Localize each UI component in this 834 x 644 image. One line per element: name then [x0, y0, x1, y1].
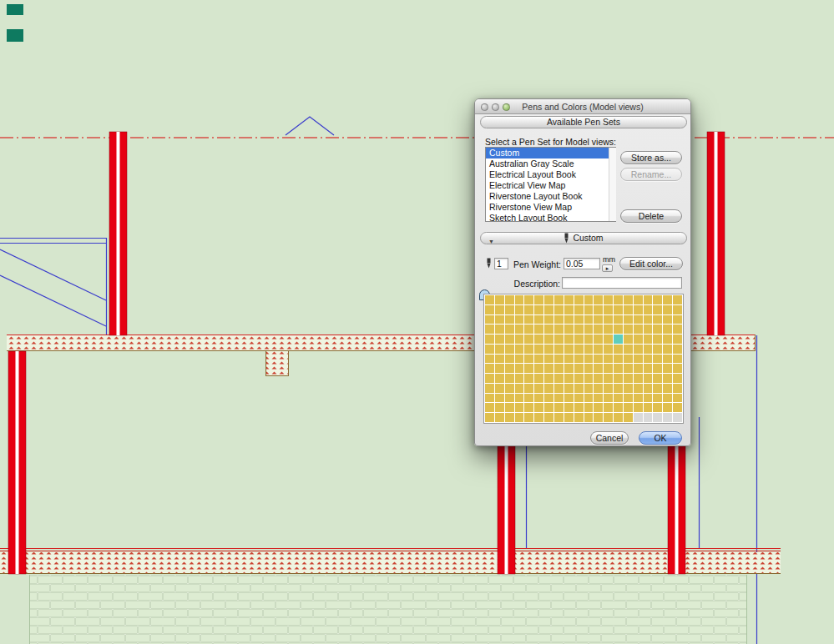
- pen-color-cell[interactable]: [515, 384, 524, 393]
- pen-color-cell[interactable]: [554, 335, 564, 344]
- pen-color-cell[interactable]: [604, 325, 613, 334]
- pen-set-item[interactable]: Riverstone Layout Book: [486, 191, 615, 202]
- pen-color-cell[interactable]: [663, 364, 672, 373]
- pen-color-cell[interactable]: [564, 315, 574, 325]
- pen-color-cell[interactable]: [634, 394, 643, 403]
- pen-set-item[interactable]: Electrical View Map: [486, 180, 615, 191]
- pen-color-cell[interactable]: [584, 374, 594, 383]
- pen-color-cell[interactable]: [614, 355, 623, 364]
- pen-color-cell[interactable]: [624, 325, 633, 334]
- pen-color-cell[interactable]: [594, 374, 603, 383]
- pen-color-cell[interactable]: [505, 305, 514, 314]
- pen-color-cell[interactable]: [624, 364, 633, 373]
- pen-color-cell[interactable]: [524, 374, 533, 383]
- pen-color-cell[interactable]: [634, 403, 643, 412]
- delete-button[interactable]: Delete: [620, 209, 682, 223]
- pen-number-field[interactable]: [494, 258, 508, 269]
- pen-color-cell[interactable]: [584, 295, 594, 304]
- pen-color-cell[interactable]: [524, 384, 533, 393]
- pen-color-cell[interactable]: [634, 345, 643, 354]
- pen-color-cell[interactable]: [663, 315, 672, 325]
- pen-set-item[interactable]: Custom: [486, 148, 615, 158]
- pen-set-item[interactable]: Sketch Layout Book: [486, 213, 615, 222]
- pen-color-cell[interactable]: [505, 394, 514, 403]
- ok-button[interactable]: OK: [639, 431, 682, 445]
- pen-color-cell[interactable]: [574, 384, 584, 393]
- pen-color-cell[interactable]: [544, 413, 553, 422]
- pen-color-cell[interactable]: [614, 413, 623, 422]
- pen-color-cell[interactable]: [564, 345, 574, 354]
- pen-color-cell[interactable]: [544, 374, 553, 383]
- pen-color-cell[interactable]: [594, 394, 603, 403]
- pen-color-cell[interactable]: [524, 413, 533, 422]
- pen-color-cell[interactable]: [604, 394, 613, 403]
- pen-color-cell[interactable]: [485, 325, 494, 334]
- pen-color-cell[interactable]: [505, 374, 514, 383]
- pen-color-cell[interactable]: [594, 355, 603, 364]
- pen-color-cell[interactable]: [653, 355, 662, 364]
- pen-color-cell[interactable]: [505, 345, 514, 354]
- pen-color-cell[interactable]: [564, 325, 574, 334]
- pen-color-cell[interactable]: [614, 394, 623, 403]
- pen-color-cell[interactable]: [505, 364, 514, 373]
- pen-color-cell[interactable]: [594, 345, 603, 354]
- pen-color-cell[interactable]: [564, 403, 574, 412]
- pen-set-item[interactable]: Riverstone View Map: [486, 202, 615, 213]
- pen-color-cell[interactable]: [485, 305, 494, 314]
- pen-color-cell[interactable]: [524, 345, 533, 354]
- pen-color-cell[interactable]: [524, 295, 533, 304]
- pen-color-cell[interactable]: [485, 355, 494, 364]
- pen-color-cell[interactable]: [534, 355, 543, 364]
- pen-color-cell[interactable]: [673, 364, 682, 373]
- pen-color-cell[interactable]: [505, 315, 514, 325]
- pen-color-cell[interactable]: [663, 295, 672, 304]
- pen-color-cell[interactable]: [663, 374, 672, 383]
- pen-color-cell[interactable]: [485, 403, 494, 412]
- pen-color-cell[interactable]: [505, 403, 514, 412]
- pen-color-cell[interactable]: [544, 345, 553, 354]
- pen-color-cell[interactable]: [644, 364, 653, 373]
- pen-color-cell[interactable]: [644, 384, 653, 393]
- pen-color-cell[interactable]: [644, 315, 653, 325]
- pen-color-cell[interactable]: [653, 384, 662, 393]
- pen-color-cell[interactable]: [673, 355, 682, 364]
- pen-color-cell[interactable]: [594, 295, 603, 304]
- pen-color-cell[interactable]: [524, 394, 533, 403]
- pen-color-cell[interactable]: [653, 295, 662, 304]
- pen-color-cell[interactable]: [634, 335, 643, 344]
- pen-color-cell[interactable]: [574, 335, 584, 344]
- pen-color-cell[interactable]: [594, 335, 603, 344]
- pen-color-cell[interactable]: [554, 364, 564, 373]
- pen-color-cell[interactable]: [534, 295, 543, 304]
- pen-color-cell[interactable]: [634, 374, 643, 383]
- pen-color-cell[interactable]: [604, 315, 613, 325]
- pen-color-cell[interactable]: [584, 355, 594, 364]
- pen-color-cell[interactable]: [544, 384, 553, 393]
- pen-color-cell[interactable]: [544, 364, 553, 373]
- pen-color-cell[interactable]: [624, 295, 633, 304]
- available-pen-sets-header[interactable]: Available Pen Sets: [480, 116, 687, 128]
- pen-color-cell[interactable]: [653, 403, 662, 412]
- pen-color-cell[interactable]: [604, 295, 613, 304]
- pen-color-cell[interactable]: [624, 413, 633, 422]
- pen-color-cell[interactable]: [495, 403, 504, 412]
- pen-color-cell[interactable]: [515, 295, 524, 304]
- pen-color-cell[interactable]: [584, 305, 594, 314]
- pen-color-cell[interactable]: [485, 384, 494, 393]
- description-field[interactable]: [562, 277, 682, 289]
- pen-color-cell[interactable]: [673, 325, 682, 334]
- pen-color-cell[interactable]: [495, 325, 504, 334]
- pen-color-cell[interactable]: [564, 295, 574, 304]
- pen-color-cell[interactable]: [574, 325, 584, 334]
- pen-color-cell[interactable]: [594, 403, 603, 412]
- pen-color-cell[interactable]: [495, 413, 504, 422]
- pen-color-cell[interactable]: [574, 345, 584, 354]
- pen-color-cell[interactable]: [495, 295, 504, 304]
- pen-color-cell[interactable]: [505, 325, 514, 334]
- pen-weight-field[interactable]: [564, 258, 600, 269]
- pen-color-cell[interactable]: [663, 384, 672, 393]
- pen-color-cell[interactable]: [574, 413, 584, 422]
- pen-color-cell[interactable]: [495, 394, 504, 403]
- pen-color-cell[interactable]: [594, 384, 603, 393]
- pen-color-cell[interactable]: [534, 384, 543, 393]
